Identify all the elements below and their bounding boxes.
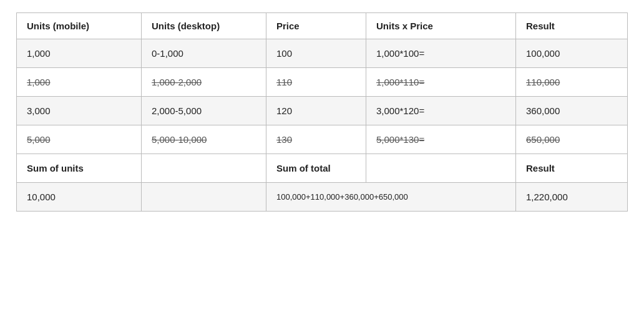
cell-units-mobile-3: 3,000 <box>17 97 142 125</box>
cell-price-1: 100 <box>266 39 366 67</box>
main-table: Units (mobile) Units (desktop) Price Uni… <box>16 12 628 212</box>
table-row: 5,000 5,000-10,000 130 5,000*130= 650,00… <box>17 125 627 154</box>
cell-units-mobile-2: 1,000 <box>17 68 142 96</box>
table-row: 1,000 0-1,000 100 1,000*100= 100,000 <box>17 39 627 68</box>
table-row: 1,000 1,000-2,000 110 1,000*110= 110,000 <box>17 68 627 97</box>
cell-units-desktop-2: 1,000-2,000 <box>142 68 266 96</box>
cell-units-desktop-3: 2,000-5,000 <box>142 97 266 125</box>
header-units-mobile: Units (mobile) <box>17 13 142 39</box>
header-units-x-price: Units x Price <box>366 13 516 39</box>
summary-value-empty-1 <box>142 183 266 211</box>
cell-result-3: 360,000 <box>516 97 628 125</box>
summary-label-units: Sum of units <box>17 154 142 182</box>
cell-result-1: 100,000 <box>516 39 628 67</box>
summary-label-row: Sum of units Sum of total Result <box>17 154 627 183</box>
cell-price-4: 130 <box>266 125 366 154</box>
summary-label-empty-2 <box>366 154 516 182</box>
summary-label-result: Result <box>516 154 628 182</box>
cell-formula-2: 1,000*110= <box>366 68 516 96</box>
header-price: Price <box>266 13 366 39</box>
cell-formula-4: 5,000*130= <box>366 125 516 154</box>
summary-value-units: 10,000 <box>17 183 142 211</box>
cell-units-mobile-1: 1,000 <box>17 39 142 67</box>
summary-value-row: 10,000 100,000+110,000+360,000+650,000 1… <box>17 183 627 211</box>
cell-result-2: 110,000 <box>516 68 628 96</box>
cell-formula-1: 1,000*100= <box>366 39 516 67</box>
table-header-row: Units (mobile) Units (desktop) Price Uni… <box>17 13 627 39</box>
cell-units-desktop-4: 5,000-10,000 <box>142 125 266 154</box>
header-units-desktop: Units (desktop) <box>142 13 266 39</box>
cell-units-desktop-1: 0-1,000 <box>142 39 266 67</box>
cell-result-4: 650,000 <box>516 125 628 154</box>
table-row: 3,000 2,000-5,000 120 3,000*120= 360,000 <box>17 97 627 125</box>
cell-price-3: 120 <box>266 97 366 125</box>
summary-label-empty-1 <box>142 154 266 182</box>
summary-label-total: Sum of total <box>266 154 366 182</box>
cell-units-mobile-4: 5,000 <box>17 125 142 154</box>
cell-price-2: 110 <box>266 68 366 96</box>
cell-formula-3: 3,000*120= <box>366 97 516 125</box>
summary-value-result: 1,220,000 <box>516 183 628 211</box>
header-result: Result <box>516 13 628 39</box>
summary-value-formula: 100,000+110,000+360,000+650,000 <box>266 183 516 211</box>
